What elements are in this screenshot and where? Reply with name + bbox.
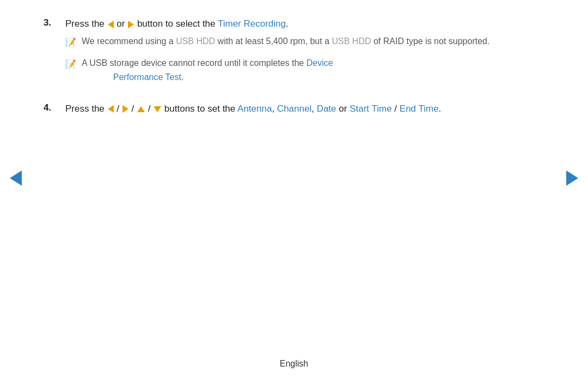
step4-down-arrow-icon (154, 106, 161, 112)
step-4-content: Press the / / / buttons to set the Anten… (65, 101, 544, 116)
step-3-item: 3. Press the or button to select the Tim… (44, 16, 544, 92)
note-2-block: 📝 A USB storage device cannot record unt… (65, 56, 544, 85)
timer-recording-link[interactable]: Timer Recording (218, 19, 286, 29)
note-1-block: 📝 We recommend using a USB HDD with at l… (65, 34, 544, 50)
date-link[interactable]: Date (317, 103, 336, 114)
channel-link[interactable]: Channel (277, 103, 311, 114)
step-4-text: Press the / / / buttons to set the Anten… (65, 103, 441, 114)
step-3-content: Press the or button to select the Timer … (65, 16, 544, 92)
note-2-text: A USB storage device cannot record until… (82, 56, 333, 85)
nav-left-arrow-icon (10, 170, 22, 186)
step-4-number: 4. (44, 101, 65, 113)
note-1-text: We recommend using a USB HDD with at lea… (82, 34, 489, 48)
end-time-link[interactable]: End Time (400, 103, 439, 114)
step-3-button-text: button to select the (137, 19, 218, 29)
note-2-period: . (181, 72, 183, 82)
step4-slash2: / (131, 103, 136, 114)
note-1-middle: with at least 5,400 rpm, but a (218, 36, 329, 46)
note-2-before: A USB storage device cannot record until… (82, 58, 304, 68)
nav-next-button[interactable] (566, 169, 578, 186)
right-arrow-icon (128, 21, 134, 28)
footer-language: English (280, 359, 308, 369)
usb-hdd-1: USB HDD (176, 36, 215, 46)
language-label: English (280, 359, 308, 368)
step-4-period: . (439, 103, 442, 114)
step4-right-arrow-icon (122, 105, 128, 113)
antenna-link[interactable]: Antenna (237, 103, 272, 114)
step4-slash3: / (148, 103, 153, 114)
step-3-text: Press the or button to select the Timer … (65, 19, 289, 29)
step4-left-arrow-icon (108, 105, 114, 113)
start-time-link[interactable]: Start Time (350, 103, 391, 114)
step-4-or: or (339, 103, 350, 114)
step-3-period: . (286, 19, 289, 29)
step-4-buttons-text: buttons to set the (164, 103, 237, 114)
nav-right-arrow-icon (566, 170, 578, 186)
step-3-number: 3. (44, 16, 65, 28)
step-4-item: 4. Press the / / / buttons to set the An… (44, 101, 544, 116)
note-1-after: of RAID type is not supported. (373, 36, 489, 46)
nav-previous-button[interactable] (10, 169, 22, 186)
main-content: 3. Press the or button to select the Tim… (0, 0, 588, 116)
step-3-press-the: Press the (65, 19, 105, 29)
step4-slash1: / (117, 103, 121, 114)
step-4-slash-end: / (394, 103, 399, 114)
note-1-icon: 📝 (65, 35, 82, 50)
step-4-press-the: Press the (65, 103, 105, 114)
step-3-or: or (117, 19, 125, 29)
left-arrow-icon (108, 21, 114, 28)
note-1-before: We recommend using a (82, 36, 174, 46)
usb-hdd-2: USB HDD (332, 36, 371, 46)
notes-container: 📝 We recommend using a USB HDD with at l… (65, 34, 544, 84)
note-2-icon: 📝 (65, 57, 82, 71)
step4-up-arrow-icon (137, 106, 145, 112)
